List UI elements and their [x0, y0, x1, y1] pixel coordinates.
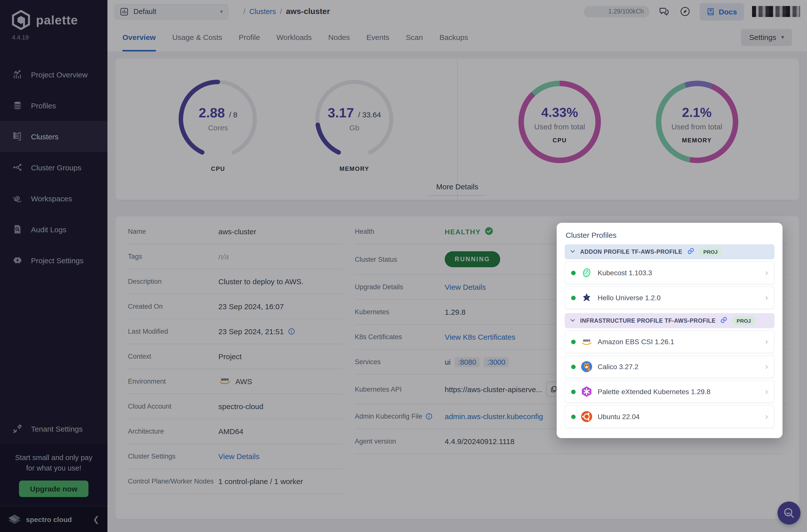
status-dot-green	[571, 414, 576, 419]
status-dot-green	[571, 364, 576, 369]
profile-pack-row-ubuntu-22-04[interactable]: Ubuntu 22.04›	[565, 405, 774, 428]
profile-link-icon	[687, 247, 694, 256]
profile-link-icon	[720, 316, 728, 325]
popover-title: Cluster Profiles	[566, 231, 773, 239]
cluster-profiles-popover: Cluster Profiles ADDON PROFILE TF-AWS-PR…	[557, 223, 783, 438]
profile-pack-row-kubecost-1-103-3[interactable]: Kubecost 1.103.3›	[565, 261, 774, 284]
pack-name: Calico 3.27.2	[598, 363, 638, 370]
kubecost-logo	[581, 267, 593, 279]
aws-logo: aws	[581, 336, 593, 348]
palette-pxk-logo	[581, 386, 593, 398]
profile-section-title: ADDON PROFILE TF-AWS-PROFILE	[580, 249, 682, 255]
profile-pack-row-calico-3-27-2[interactable]: Calico 3.27.2›	[565, 355, 774, 378]
hello-universe-logo	[581, 292, 593, 304]
scope-badge: PROJ	[732, 316, 755, 325]
scope-badge: PROJ	[699, 247, 722, 256]
profile-pack-row-palette-extended-kubernetes-1-29-8[interactable]: Palette eXtended Kubernetes 1.29.8›	[565, 380, 774, 403]
chevron-right-icon: ›	[765, 337, 768, 347]
status-dot-green	[571, 270, 576, 275]
status-dot-green	[571, 339, 576, 344]
chevron-down-icon	[570, 247, 576, 256]
status-dot-green	[571, 296, 576, 300]
chevron-right-icon: ›	[765, 293, 768, 303]
calico-logo	[581, 361, 593, 373]
profile-pack-row-amazon-ebs-csi-1-26-1[interactable]: awsAmazon EBS CSI 1.26.1›	[565, 330, 774, 353]
chevron-right-icon: ›	[765, 412, 768, 422]
status-dot-green	[571, 390, 576, 394]
profile-section-header-addon[interactable]: ADDON PROFILE TF-AWS-PROFILEPROJ	[565, 244, 774, 259]
pack-name: Kubecost 1.103.3	[598, 269, 652, 277]
ubuntu-logo	[581, 411, 593, 423]
chevron-right-icon: ›	[765, 268, 768, 278]
pack-name: Palette eXtended Kubernetes 1.29.8	[598, 388, 710, 396]
pack-name: Ubuntu 22.04	[598, 413, 640, 421]
chevron-right-icon: ›	[765, 362, 768, 372]
profile-section-infrastructure: INFRASTRUCTURE PROFILE TF-AWS-PROFILEPRO…	[565, 313, 774, 428]
pack-name: Hello Universe 1.2.0	[598, 294, 661, 302]
profile-pack-row-hello-universe-1-2-0[interactable]: Hello Universe 1.2.0›	[565, 286, 774, 309]
profile-section-title: INFRASTRUCTURE PROFILE TF-AWS-PROFILE	[580, 318, 716, 324]
chevron-right-icon: ›	[765, 387, 768, 397]
profile-section-header-infrastructure[interactable]: INFRASTRUCTURE PROFILE TF-AWS-PROFILEPRO…	[565, 313, 774, 328]
app-root: palette 4.4.19 Project OverviewProfilesC…	[0, 0, 807, 532]
profile-section-addon: ADDON PROFILE TF-AWS-PROFILEPROJKubecost…	[565, 244, 774, 309]
chevron-down-icon	[570, 316, 576, 325]
pack-name: Amazon EBS CSI 1.26.1	[598, 338, 674, 346]
profiles-list: ADDON PROFILE TF-AWS-PROFILEPROJKubecost…	[565, 244, 774, 428]
svg-text:aws: aws	[583, 338, 590, 342]
